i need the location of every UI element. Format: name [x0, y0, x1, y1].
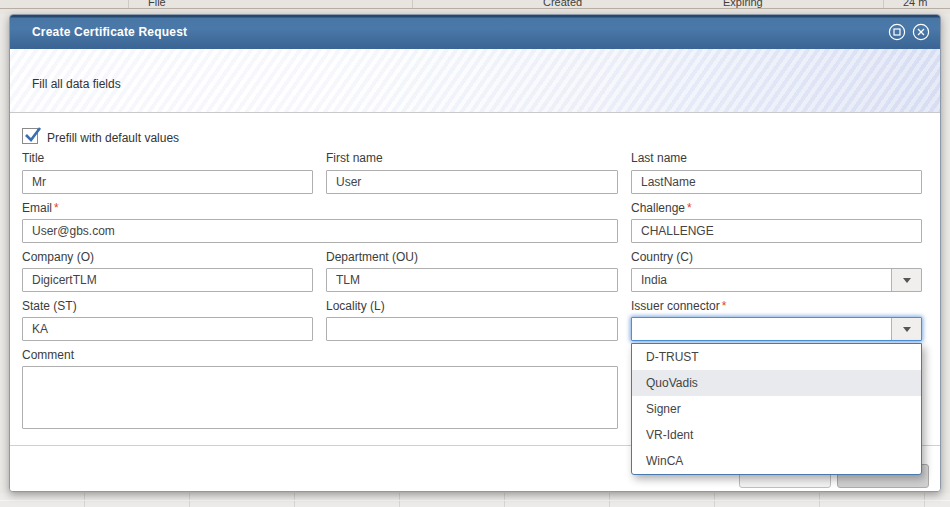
- dropdown-option[interactable]: Signer: [632, 396, 921, 422]
- country-select[interactable]: India: [631, 268, 922, 292]
- prefill-checkbox-label: Prefill with default values: [47, 131, 179, 145]
- country-select-value: India: [641, 269, 667, 291]
- bg-column-header: Expiring: [723, 0, 763, 8]
- close-button[interactable]: [912, 23, 930, 41]
- company-field[interactable]: [22, 268, 313, 292]
- title-field[interactable]: [22, 170, 313, 194]
- department-field[interactable]: [326, 268, 618, 292]
- company-field-label: Company (O): [22, 250, 94, 264]
- bg-column-header: 24 m: [903, 0, 927, 8]
- state-field-label: State (ST): [22, 299, 77, 313]
- chevron-down-icon: [903, 327, 911, 332]
- title-field-label: Title: [22, 151, 44, 165]
- check-icon: [24, 125, 44, 145]
- background-table-rows: [0, 493, 950, 507]
- comment-field[interactable]: [22, 366, 618, 429]
- country-field-label: Country (C): [631, 250, 693, 264]
- chevron-down-icon: [903, 278, 911, 283]
- dialog-message-area: Fill all data fields: [10, 49, 940, 113]
- background-table-header: File Created Expiring 24 m: [0, 0, 950, 14]
- department-field-label: Department (OU): [326, 250, 418, 264]
- comment-field-label: Comment: [22, 348, 74, 362]
- required-asterisk: *: [687, 201, 692, 215]
- dialog-title: Create Certificate Request: [10, 25, 187, 39]
- first-name-field[interactable]: [326, 170, 618, 194]
- issuer-connector-dropdown-button[interactable]: [891, 318, 921, 340]
- required-asterisk: *: [54, 201, 59, 215]
- locality-field-label: Locality (L): [326, 299, 385, 313]
- dropdown-option[interactable]: QuoVadis: [632, 370, 921, 396]
- dropdown-option[interactable]: D-TRUST: [632, 344, 921, 370]
- required-asterisk: *: [722, 299, 727, 313]
- create-certificate-request-dialog: Create Certificate Request Fill all data…: [9, 14, 941, 492]
- dialog-message: Fill all data fields: [32, 77, 121, 91]
- email-field-label: Email*: [22, 201, 59, 215]
- maximize-button[interactable]: [888, 23, 906, 41]
- challenge-field-label: Challenge*: [631, 201, 692, 215]
- bg-column-header: Created: [543, 0, 582, 8]
- prefill-checkbox[interactable]: [22, 128, 38, 144]
- last-name-field-label: Last name: [631, 151, 687, 165]
- state-field[interactable]: [22, 317, 313, 341]
- challenge-field[interactable]: [631, 219, 922, 243]
- dropdown-option[interactable]: WinCA: [632, 448, 921, 474]
- email-field[interactable]: [22, 219, 618, 243]
- dropdown-option[interactable]: VR-Ident: [632, 422, 921, 448]
- locality-field[interactable]: [326, 317, 618, 341]
- maximize-icon: [889, 24, 904, 39]
- issuer-connector-field-label: Issuer connector*: [631, 299, 726, 313]
- last-name-field[interactable]: [631, 170, 922, 194]
- country-select-dropdown-button[interactable]: [891, 269, 921, 291]
- close-icon: [913, 24, 928, 39]
- issuer-connector-select[interactable]: [631, 317, 922, 341]
- dialog-titlebar: Create Certificate Request: [10, 15, 940, 49]
- first-name-field-label: First name: [326, 151, 383, 165]
- bg-column-header: File: [148, 0, 166, 8]
- issuer-dropdown-list: D-TRUST QuoVadis Signer VR-Ident WinCA: [631, 343, 922, 475]
